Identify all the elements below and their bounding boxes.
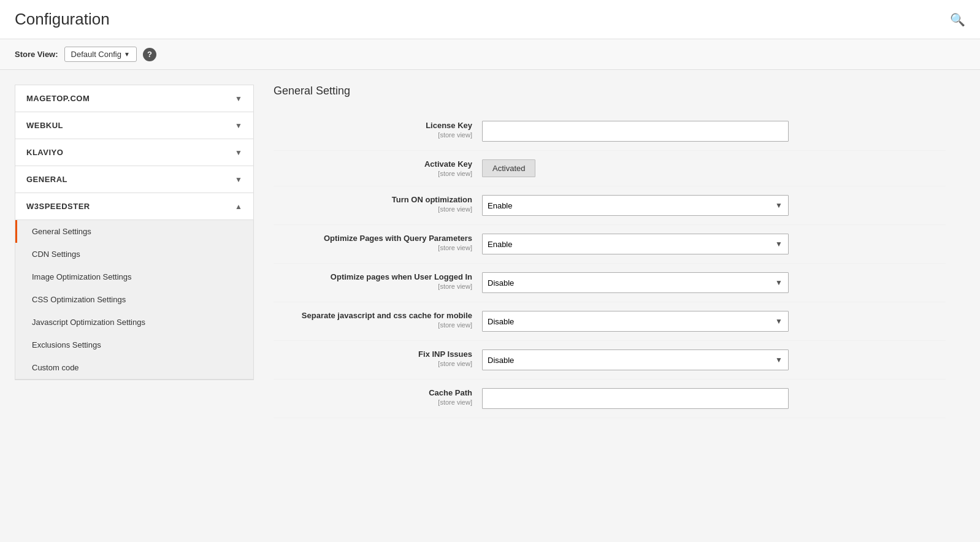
form-label-turn-on-optimization: Turn ON optimization xyxy=(274,195,472,204)
form-label-cell-cache-path: Cache Path [store view] xyxy=(274,388,482,406)
chevron-down-icon: ▼ xyxy=(235,94,242,103)
form-control-fix-inp: Enable Disable ▼ xyxy=(482,349,946,370)
form-label-cell-optimize-pages-query: Optimize Pages with Query Parameters [st… xyxy=(274,234,482,251)
form-row-turn-on-optimization: Turn ON optimization [store view] Enable… xyxy=(274,186,946,225)
chevron-down-icon: ▼ xyxy=(235,148,242,157)
page-title: Configuration xyxy=(15,10,110,29)
form-sublabel-separate-js-css: [store view] xyxy=(274,321,472,329)
sidebar-item-general-settings[interactable]: General Settings xyxy=(15,220,253,243)
chevron-down-icon: ▼ xyxy=(235,175,242,184)
form-control-cache-path xyxy=(482,388,946,409)
page-header: Configuration 🔍 xyxy=(0,0,980,39)
sidebar-sub-items-w3speedster: General Settings CDN Settings Image Opti… xyxy=(15,219,253,379)
form-row-license-key: License Key [store view] xyxy=(274,112,946,151)
sidebar-section-magetop: MAGETOP.COM ▼ xyxy=(15,85,253,112)
section-title: General Setting xyxy=(274,85,946,97)
separate-js-css-select[interactable]: Enable Disable xyxy=(482,311,789,332)
sidebar-item-exclusions-settings[interactable]: Exclusions Settings xyxy=(15,334,253,356)
form-row-fix-inp: Fix INP Issues [store view] Enable Disab… xyxy=(274,341,946,380)
form-control-turn-on-optimization: Enable Disable ▼ xyxy=(482,195,946,216)
form-sublabel-activate-key: [store view] xyxy=(274,170,472,177)
form-sublabel-optimize-pages-query: [store view] xyxy=(274,244,472,251)
form-label-cell-license-key: License Key [store view] xyxy=(274,121,482,139)
form-label-separate-js-css: Separate javascript and css cache for mo… xyxy=(274,311,472,320)
form-label-optimize-pages-query: Optimize Pages with Query Parameters xyxy=(274,234,472,243)
sidebar-section-header-klaviyo[interactable]: KLAVIYO ▼ xyxy=(15,139,253,166)
sidebar-section-general: GENERAL ▼ xyxy=(15,166,253,193)
sidebar-section-w3speedster: W3SPEEDSTER ▲ General Settings CDN Setti… xyxy=(15,193,253,380)
form-sublabel-optimize-logged-in: [store view] xyxy=(274,283,472,290)
form-label-cell-fix-inp: Fix INP Issues [store view] xyxy=(274,349,482,367)
sidebar-section-header-webkul[interactable]: WEBKUL ▼ xyxy=(15,112,253,139)
sidebar-section-header-magetop[interactable]: MAGETOP.COM ▼ xyxy=(15,85,253,112)
sidebar-item-javascript-optimization[interactable]: Javascript Optimization Settings xyxy=(15,311,253,334)
select-wrapper-optimize-logged-in: Enable Disable ▼ xyxy=(482,272,789,293)
form-label-cache-path: Cache Path xyxy=(274,388,472,397)
form-label-cell-activate-key: Activate Key [store view] xyxy=(274,159,482,177)
form-sublabel-fix-inp: [store view] xyxy=(274,360,472,367)
select-wrapper-turn-on-optimization: Enable Disable ▼ xyxy=(482,195,789,216)
search-button[interactable]: 🔍 xyxy=(950,12,965,27)
sidebar: MAGETOP.COM ▼ WEBKUL ▼ KLAVIYO ▼ GENERAL… xyxy=(15,85,254,380)
form-control-separate-js-css: Enable Disable ▼ xyxy=(482,311,946,332)
sidebar-section-title-webkul: WEBKUL xyxy=(26,121,63,130)
sidebar-section-title-general: GENERAL xyxy=(26,175,67,184)
store-view-bar: Store View: Default Config ▼ ? xyxy=(0,39,980,70)
sidebar-item-css-optimization[interactable]: CSS Optimization Settings xyxy=(15,288,253,311)
chevron-down-icon: ▼ xyxy=(235,121,242,130)
content-area: General Setting License Key [store view]… xyxy=(254,85,965,418)
store-view-value: Default Config xyxy=(71,50,121,59)
main-layout: MAGETOP.COM ▼ WEBKUL ▼ KLAVIYO ▼ GENERAL… xyxy=(0,70,980,433)
help-icon[interactable]: ? xyxy=(143,48,156,61)
store-view-label: Store View: xyxy=(15,50,58,59)
select-wrapper-fix-inp: Enable Disable ▼ xyxy=(482,349,789,370)
sidebar-section-header-w3speedster[interactable]: W3SPEEDSTER ▲ xyxy=(15,193,253,219)
sidebar-item-cdn-settings[interactable]: CDN Settings xyxy=(15,243,253,265)
sidebar-item-image-optimization[interactable]: Image Optimization Settings xyxy=(15,265,253,288)
sidebar-section-title-w3speedster: W3SPEEDSTER xyxy=(26,202,90,211)
form-sublabel-license-key: [store view] xyxy=(274,131,472,139)
form-row-optimize-logged-in: Optimize pages when User Logged In [stor… xyxy=(274,264,946,302)
form-control-license-key xyxy=(482,121,946,142)
form-row-optimize-pages-query: Optimize Pages with Query Parameters [st… xyxy=(274,225,946,264)
form-label-license-key: License Key xyxy=(274,121,472,130)
form-label-optimize-logged-in: Optimize pages when User Logged In xyxy=(274,272,472,281)
chevron-down-icon: ▼ xyxy=(124,51,130,58)
form-control-optimize-pages-query: Enable Disable ▼ xyxy=(482,234,946,254)
license-key-input[interactable] xyxy=(482,121,789,142)
search-icon: 🔍 xyxy=(950,13,965,26)
form-control-optimize-logged-in: Enable Disable ▼ xyxy=(482,272,946,293)
form-label-activate-key: Activate Key xyxy=(274,159,472,169)
sidebar-section-header-general[interactable]: GENERAL ▼ xyxy=(15,166,253,193)
optimize-pages-query-select[interactable]: Enable Disable xyxy=(482,234,789,254)
form-row-activate-key: Activate Key [store view] Activated xyxy=(274,151,946,186)
form-row-separate-js-css: Separate javascript and css cache for mo… xyxy=(274,302,946,341)
form-sublabel-turn-on-optimization: [store view] xyxy=(274,205,472,213)
cache-path-input[interactable] xyxy=(482,388,789,409)
form-label-fix-inp: Fix INP Issues xyxy=(274,349,472,359)
form-row-cache-path: Cache Path [store view] xyxy=(274,380,946,418)
form-label-cell-turn-on-optimization: Turn ON optimization [store view] xyxy=(274,195,482,213)
sidebar-section-webkul: WEBKUL ▼ xyxy=(15,112,253,139)
sidebar-section-title-magetop: MAGETOP.COM xyxy=(26,94,90,103)
form-sublabel-cache-path: [store view] xyxy=(274,399,472,406)
fix-inp-select[interactable]: Enable Disable xyxy=(482,349,789,370)
optimize-logged-in-select[interactable]: Enable Disable xyxy=(482,272,789,293)
turn-on-optimization-select[interactable]: Enable Disable xyxy=(482,195,789,216)
form-control-activate-key: Activated xyxy=(482,159,946,177)
form-label-cell-optimize-logged-in: Optimize pages when User Logged In [stor… xyxy=(274,272,482,290)
form-label-cell-separate-js-css: Separate javascript and css cache for mo… xyxy=(274,311,482,329)
sidebar-item-custom-code[interactable]: Custom code xyxy=(15,356,253,379)
chevron-up-icon: ▲ xyxy=(235,202,242,211)
select-wrapper-optimize-pages-query: Enable Disable ▼ xyxy=(482,234,789,254)
select-wrapper-separate-js-css: Enable Disable ▼ xyxy=(482,311,789,332)
store-view-select[interactable]: Default Config ▼ xyxy=(64,47,137,62)
activated-button[interactable]: Activated xyxy=(482,159,535,177)
sidebar-section-klaviyo: KLAVIYO ▼ xyxy=(15,139,253,166)
sidebar-section-title-klaviyo: KLAVIYO xyxy=(26,148,63,157)
